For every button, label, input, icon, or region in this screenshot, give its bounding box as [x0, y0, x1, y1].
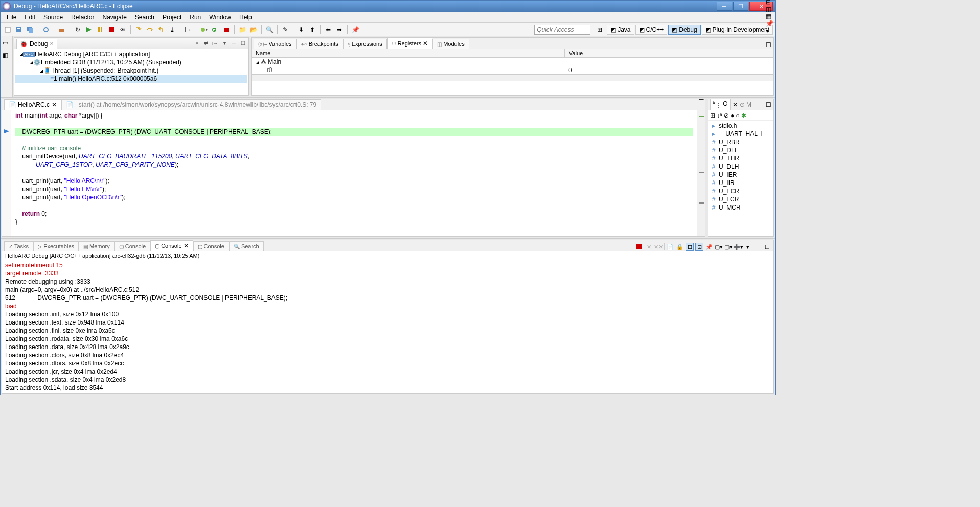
outline-item[interactable]: #U_RBR: [709, 138, 772, 146]
maximize-view-button[interactable]: ☐: [239, 40, 246, 47]
outline-close-icon[interactable]: ✕: [733, 101, 738, 108]
console-tab-executables[interactable]: ▷ Executables: [33, 241, 79, 251]
forward-button[interactable]: ➡: [334, 25, 345, 35]
console-terminate-button[interactable]: [635, 243, 643, 251]
outline-item[interactable]: #U_LCR: [709, 195, 772, 203]
vars-min-button[interactable]: ─: [766, 34, 773, 41]
disconnect-button[interactable]: ⚮: [118, 25, 128, 35]
save-button[interactable]: [14, 25, 24, 35]
minimize-button[interactable]: ─: [717, 2, 732, 11]
tab-breakpoints[interactable]: ●○ Breakpoints: [297, 39, 343, 49]
outline-list[interactable]: ▸stdio.h▸__UART_HAL_I#U_RBR#U_DLL#U_THR#…: [708, 121, 773, 236]
pin-button[interactable]: 📌: [350, 25, 360, 35]
debug-tree[interactable]: ◢ ARC HelloARC Debug [ARC C/C++ applicat…: [14, 49, 248, 95]
outline-sort-button[interactable]: ⊞: [710, 112, 715, 119]
debug-link-button[interactable]: ⇄: [202, 40, 210, 47]
vars-menu-button[interactable]: ▾: [766, 27, 773, 34]
outline-filter2-button[interactable]: ⊘: [724, 112, 729, 119]
debug-node[interactable]: ◢ ARC HelloARC Debug [ARC C/C++ applicat…: [15, 50, 247, 58]
outline-item[interactable]: #U_DLH: [709, 163, 772, 171]
outline-filter4-button[interactable]: ○: [736, 112, 739, 119]
new-button[interactable]: [3, 25, 13, 35]
tab-variables[interactable]: (x)= Variables: [254, 39, 297, 49]
toggle-mark-button[interactable]: ✎: [280, 25, 290, 35]
register-row[interactable]: r00: [252, 66, 773, 74]
open-task-button[interactable]: 📂: [248, 25, 259, 35]
vars-pin-button[interactable]: 📌: [766, 20, 773, 27]
minimized-view-button[interactable]: ◧: [3, 52, 11, 60]
restore-view-button[interactable]: ▭: [3, 39, 11, 48]
debug-dropdown-button[interactable]: [199, 25, 209, 35]
tab-modules[interactable]: ◫ Modules: [432, 39, 469, 49]
console-new-button[interactable]: ➕▾: [734, 243, 742, 251]
outline-item[interactable]: #U_FCR: [709, 187, 772, 195]
console-output[interactable]: set remotetimeout 15target remote :3333R…: [2, 260, 773, 393]
minimize-view-button[interactable]: ─: [230, 40, 237, 47]
menu-file[interactable]: File: [3, 13, 20, 22]
menu-run[interactable]: Run: [186, 13, 205, 22]
outline-item[interactable]: #U_THR: [709, 154, 772, 163]
console-tab-search[interactable]: 🔍 Search: [229, 241, 264, 251]
instruction-step-button[interactable]: i→: [183, 25, 193, 35]
console-tab-memory[interactable]: ▤ Memory: [79, 241, 115, 251]
console-max-button[interactable]: ☐: [763, 243, 771, 251]
menu-search[interactable]: Search: [131, 13, 158, 22]
console-tab-console[interactable]: ▢ Console: [115, 241, 150, 251]
tab-expressions[interactable]: ᶍ Expressions: [343, 39, 387, 49]
perspective-plug-in-development[interactable]: ◩Plug-in Development: [702, 25, 773, 35]
vars-columns-button[interactable]: ▦: [766, 13, 773, 20]
source-editor[interactable]: int main(int argc, char *argv[]) { DWCRE…: [2, 110, 705, 236]
vars-layout-button[interactable]: ◫: [766, 6, 773, 13]
menu-navigate[interactable]: Navigate: [98, 13, 130, 22]
console-tab-console[interactable]: ▢ Console ✕: [150, 240, 193, 251]
outline-item[interactable]: ▸__UART_HAL_I: [709, 130, 772, 138]
step-into-button[interactable]: [133, 25, 144, 35]
perspective-c-c-[interactable]: ◩C/C++: [635, 25, 668, 35]
debug-view-dropdown[interactable]: ▾: [221, 40, 228, 47]
debug-node[interactable]: ◢ ⚙️ Embedded GDB (11/12/13, 10:25 AM) (…: [15, 58, 247, 66]
outline-item[interactable]: #U_MCR: [709, 203, 772, 212]
step-return-button[interactable]: [156, 25, 166, 35]
editor-tab[interactable]: 📄HelloARC.c ✕: [4, 99, 61, 110]
menu-source[interactable]: Source: [39, 13, 67, 22]
register-group-row[interactable]: ◢ ⁂ Main: [252, 58, 773, 66]
debug-node[interactable]: ◢ 🧵 Thread [1] (Suspended: Breakpoint hi…: [15, 66, 247, 75]
maximize-button[interactable]: ☐: [733, 2, 748, 11]
debug-step-filter-button[interactable]: i→: [212, 40, 219, 47]
outline-item[interactable]: #U_DLL: [709, 146, 772, 154]
horizontal-scrollbar[interactable]: [252, 74, 773, 81]
perspective-java[interactable]: ◩Java: [607, 25, 634, 35]
console-remove-all-button[interactable]: ✕✕: [654, 243, 663, 251]
col-value[interactable]: Value: [564, 49, 773, 58]
menu-window[interactable]: Window: [205, 13, 235, 22]
debug-view-menu-button[interactable]: ▿: [193, 40, 200, 47]
menu-refactor[interactable]: Refactor: [67, 13, 98, 22]
console-tab-console[interactable]: ▢ Console: [193, 241, 229, 251]
build-button[interactable]: [57, 25, 67, 35]
perspective-debug[interactable]: ◩Debug: [668, 25, 700, 35]
menu-project[interactable]: Project: [158, 13, 186, 22]
step-over-button[interactable]: [145, 25, 155, 35]
outline-tab[interactable]: ᵇ⋮ O: [710, 99, 731, 110]
quick-access-input[interactable]: [534, 25, 590, 35]
save-all-button[interactable]: [25, 25, 35, 35]
menu-edit[interactable]: Edit: [20, 13, 39, 22]
console-display-button[interactable]: ▢▾: [715, 243, 723, 251]
outline-filter1-button[interactable]: ↓ᵃ: [717, 112, 722, 119]
suspend-button[interactable]: [95, 25, 105, 35]
skip-breakpoints-button[interactable]: [41, 25, 51, 35]
console-word-wrap-button[interactable]: ⊟: [686, 243, 694, 251]
run-dropdown-button[interactable]: [210, 25, 220, 35]
outline-item[interactable]: ▸stdio.h: [709, 122, 772, 130]
console-remove-button[interactable]: ✕: [645, 243, 653, 251]
vars-max-button[interactable]: ☐: [766, 41, 773, 49]
debug-node[interactable]: ≡ 1 main() HelloARC.c:512 0x000005a6: [15, 75, 247, 83]
editor-min-button[interactable]: ─: [699, 96, 705, 103]
editor-vscrollbar[interactable]: [697, 110, 705, 236]
console-tab-tasks[interactable]: ✓ Tasks: [4, 241, 33, 251]
registers-table[interactable]: Name Value ◢ ⁂ Main r00: [252, 49, 773, 85]
menu-help[interactable]: Help: [235, 13, 256, 22]
console-clear-button[interactable]: 📄: [666, 243, 674, 251]
vars-collapse-button[interactable]: ⊟: [766, 0, 773, 6]
outline-filter3-button[interactable]: ●: [731, 112, 734, 119]
